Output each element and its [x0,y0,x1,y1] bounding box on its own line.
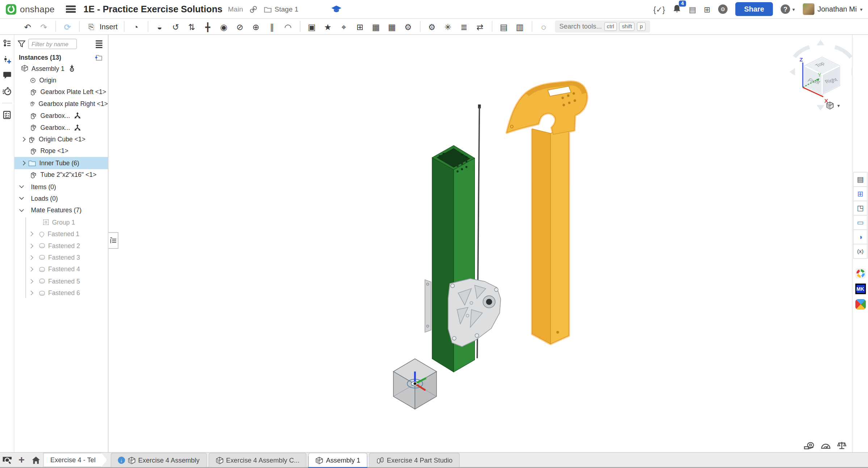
mate-row-fastened6[interactable]: Fastened 6 [14,287,108,299]
tree-row-inner-tube-selected[interactable]: Inner Tube (6) [14,157,108,169]
protractor-icon[interactable] [821,442,831,449]
variables-panel-icon[interactable]: (x) [853,244,868,259]
collapse-chevron-icon[interactable] [19,207,24,212]
search-tools-button[interactable]: Search tools... ctrl shift p [555,21,650,33]
group-tool-icon[interactable]: ▣ [306,22,317,31]
document-nav-tab[interactable]: Exercise 4 - Tel [43,453,107,467]
breadcrumb[interactable]: Stage 1 [264,5,298,13]
planar-mate-icon[interactable]: ╋ [202,22,214,31]
collapse-chevron-icon[interactable] [19,183,24,188]
tree-row-part[interactable]: Gearbox... [14,122,108,133]
sheet-metal-panel-icon[interactable]: ▭ [853,215,868,230]
revolute-mate-icon[interactable]: ↺ [170,22,181,31]
mate-row-group1[interactable]: Group 1 [14,216,108,228]
tab-exercise4-assembly-copy[interactable]: Exercise 4 Assembly C... [208,453,307,467]
mass-properties-icon[interactable] [837,441,847,450]
app-icon-pinwheel[interactable] [853,297,868,312]
pattern-icon[interactable]: ▦ [370,22,382,31]
view-options-menu[interactable]: ▾ [826,101,840,110]
tab-assembly1-active[interactable]: Assembly 1 [308,453,368,467]
tape-measure-icon[interactable] [803,442,814,450]
list-view-icon[interactable] [96,40,104,48]
expand-chevron-icon[interactable] [29,231,33,236]
appearance-panel-icon[interactable]: ◑ [853,229,868,244]
redo-icon[interactable]: ↷ [38,22,49,31]
app-icon-mk[interactable]: MK [853,281,868,296]
feedback-icon[interactable]: {✓} [653,5,665,13]
filter-input[interactable] [28,39,77,49]
expand-chevron-icon[interactable] [29,267,33,272]
expand-chevron-icon[interactable] [29,243,33,248]
gear-cluster-icon[interactable]: ⚙ [403,22,414,31]
update-icon[interactable]: ⟳ [62,22,73,31]
gearbox-plate-right-part[interactable] [448,278,501,346]
link-icon[interactable] [250,5,257,13]
replicate-icon[interactable]: ⊞ [354,22,366,31]
expand-chevron-icon[interactable] [29,291,33,295]
tree-row-part[interactable]: Gearbox plate Right <1> [14,98,108,110]
onshape-logo[interactable]: onshape [5,4,55,15]
main-menu-icon[interactable] [66,5,76,13]
tree-row-part[interactable]: Gearbox... [14,110,108,122]
tree-row-origin-cube[interactable]: Origin Cube <1> [14,133,108,145]
graphics-viewport[interactable]: Top Front Right Z Y X ▾ [109,35,852,452]
expand-chevron-icon[interactable] [29,279,33,284]
tree-row-tube[interactable]: Tube 2"x2"x16" <1> [14,169,108,181]
linear-pattern-icon[interactable]: ▦ [387,22,398,31]
tasks-icon[interactable]: ▤ [689,5,696,13]
release-tasks-icon[interactable] [3,111,11,119]
gearbox-plate-left-part[interactable] [425,280,431,332]
add-folder-icon[interactable] [94,54,102,61]
tab-exercise4-part-studio[interactable]: Exercise 4 Part Studio [369,453,460,467]
comments-icon[interactable] [3,71,11,80]
expand-chevron-icon[interactable] [21,161,26,165]
custom-features-panel-icon[interactable]: ◳ [853,201,868,216]
mate-row-fastened1[interactable]: Fastened 1 [14,228,108,240]
fastened-mate-icon[interactable]: ◒ [154,22,165,31]
mate-icon[interactable]: ◔ [130,22,142,31]
tree-row-origin[interactable]: Origin [14,74,108,86]
mate-row-fastened2[interactable]: Fastened 2 [14,240,108,252]
app-store-icon[interactable]: ⊞ [704,5,711,13]
collapse-chevron-icon[interactable] [19,195,24,200]
learning-badge-icon[interactable] [332,5,342,13]
insert-button[interactable]: ⎘ Insert [86,22,118,31]
view-cube-body[interactable]: Top Front Right [804,57,840,94]
inner-tube-part-yellow[interactable] [507,82,587,344]
tab-exercise4-assembly[interactable]: ↓ Exercise 4 Assembly [110,453,207,467]
panel-collapse-toggle[interactable] [109,232,119,249]
learning-center-icon[interactable]: ⚙ [718,4,728,14]
configurations-panel-icon[interactable]: ⊞ [853,186,868,201]
parallel-mate-icon[interactable]: ∥ [266,22,278,31]
snap-mode-icon[interactable]: ⌖ [338,22,350,31]
user-menu[interactable]: Jonathan Mi ▾ [802,3,863,15]
notifications-bell-icon[interactable]: 4 [673,4,681,14]
named-positions-icon[interactable]: ★ [322,22,333,31]
model-tree-icon[interactable] [3,39,11,48]
expand-chevron-icon[interactable] [21,137,26,142]
history-timer-icon[interactable] [2,87,12,95]
feature-list-panel-icon[interactable]: ▤ [853,172,868,187]
slider-mate-icon[interactable]: ⇅ [186,22,197,31]
expand-chevron-icon[interactable] [29,255,33,260]
mate-row-fastened5[interactable]: Fastened 5 [14,275,108,287]
app-icon-arcs[interactable] [853,266,868,281]
share-button[interactable]: Share [735,2,773,16]
workspace-name[interactable]: Main [228,5,243,13]
pin-slot-mate-icon[interactable]: ⊕ [250,22,262,31]
section-items[interactable]: Items (0) [14,181,108,193]
mate-row-fastened3[interactable]: Fastened 3 [14,252,108,264]
animate-drag-icon[interactable]: ◌ [538,22,549,31]
undo-icon[interactable]: ↶ [22,22,33,31]
home-tab-icon[interactable] [29,453,43,467]
screw-relation-icon[interactable]: ⇄ [475,22,486,31]
ball-mate-icon[interactable]: ◉ [218,22,229,31]
rack-pinion-relation-icon[interactable]: ≣ [458,22,469,31]
cylindrical-mate-icon[interactable]: ⊘ [234,22,245,31]
view-cube[interactable]: Top Front Right Z Y X [786,38,852,115]
filter-icon[interactable] [18,41,25,48]
create-tab-icon[interactable]: + [14,453,29,467]
tangent-mate-icon[interactable]: ◠ [282,22,294,31]
search-tabs-icon[interactable] [0,453,14,467]
exploded-views-icon[interactable]: ▥ [514,22,526,31]
